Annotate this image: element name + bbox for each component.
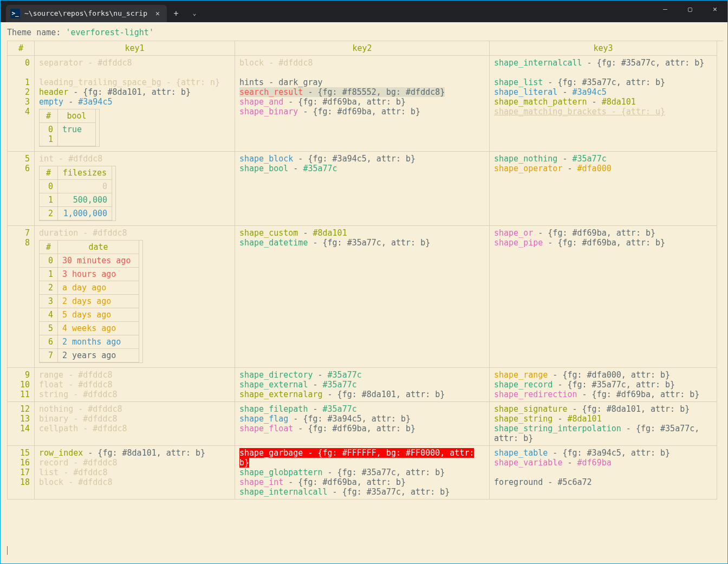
cell-key2-5: shape_block - {fg: #3a94c5, attr: b} sha… [235, 152, 490, 226]
close-tab-button[interactable]: ✕ [154, 10, 161, 17]
tab-dropdown-button[interactable]: ⌄ [185, 5, 204, 22]
row-index: 15 16 17 18 [8, 446, 35, 500]
prompt-line[interactable] [7, 500, 723, 560]
filesize-subtable: # filesizes 00 1500,000 21,000,000 [39, 166, 116, 221]
col-index: # [8, 41, 35, 56]
cell-key1-12: nothing - #dfddc8 binary - #dfddc8 cellp… [35, 402, 235, 446]
col-key1: key1 [35, 41, 235, 56]
minimize-button[interactable]: — [653, 1, 678, 18]
col-key2: key2 [235, 41, 490, 56]
cell-key3-0: shape_internalcall - {fg: #35a77c, attr:… [490, 56, 717, 152]
cell-key3-9: shape_range - {fg: #dfa000, attr: b} sha… [490, 368, 717, 402]
window: >_ ~\source\repos\forks\nu_scrip ✕ + ⌄ —… [0, 0, 728, 564]
cell-key1-5: int - #dfddc8 # filesizes 00 1500,000 21… [35, 152, 235, 226]
cell-key1-7: duration - #dfddc8 # date 030 minutes ag… [35, 226, 235, 368]
theme-table: # key1 key2 key3 0 1 2 3 4 separator - #… [7, 41, 723, 500]
cell-key3-12: shape_signature - {fg: #8da101, attr: b}… [490, 402, 717, 446]
window-controls: — ▢ ✕ [653, 1, 727, 22]
cell-key2-12: shape_filepath - #35a77c shape_flag - {f… [235, 402, 490, 446]
cell-key1-15: row_index - {fg: #8da101, attr: b} recor… [35, 446, 235, 500]
row-index: 7 8 [8, 226, 35, 368]
row-index: 9 10 11 [8, 368, 35, 402]
cell-key3-7: shape_or - {fg: #df69ba, attr: b} shape_… [490, 226, 717, 368]
tab-title: ~\source\repos\forks\nu_scrip [24, 9, 147, 18]
cell-key1-9: range - #dfddc8 float - #dfddc8 string -… [35, 368, 235, 402]
maximize-button[interactable]: ▢ [678, 1, 703, 18]
theme-line: Theme name: 'everforest-light' [7, 28, 723, 37]
titlebar: >_ ~\source\repos\forks\nu_scrip ✕ + ⌄ —… [1, 1, 727, 22]
cell-key2-7: shape_custom - #8da101 shape_datetime - … [235, 226, 490, 368]
cell-key2-9: shape_directory - #35a77c shape_external… [235, 368, 490, 402]
row-index: 12 13 14 [8, 402, 35, 446]
cell-key1-0: separator - #dfddc8 leading_trailing_spa… [35, 56, 235, 152]
close-window-button[interactable]: ✕ [703, 1, 727, 18]
terminal-surface[interactable]: Theme name: 'everforest-light' # key1 ke… [1, 22, 727, 563]
cell-key3-15: shape_table - {fg: #3a94c5, attr: b} sha… [490, 446, 717, 500]
bool-subtable: # bool 01 true [39, 109, 100, 147]
cell-key2-15: shape_garbage - {fg: #FFFFFF, bg: #FF000… [235, 446, 490, 500]
date-subtable: # date 030 minutes ago 13 hours ago 2a d… [39, 240, 143, 363]
cell-key3-5: shape_nothing - #35a77c shape_operator -… [490, 152, 717, 226]
terminal-tab[interactable]: >_ ~\source\repos\forks\nu_scrip ✕ [6, 5, 167, 22]
powershell-icon: >_ [10, 9, 20, 18]
cell-key2-0: block - #dfddc8 hints - dark_gray search… [235, 56, 490, 152]
row-index: 0 1 2 3 4 [8, 56, 35, 152]
new-tab-button[interactable]: + [167, 5, 185, 22]
row-index: 5 6 [8, 152, 35, 226]
col-key3: key3 [490, 41, 717, 56]
